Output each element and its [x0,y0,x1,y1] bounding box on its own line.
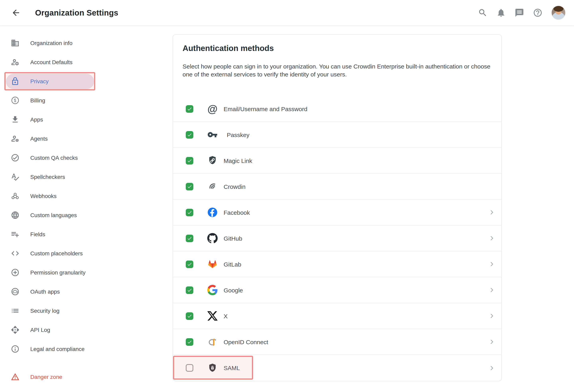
back-button[interactable] [11,8,21,18]
auth-method-row-crowdin[interactable]: Crowdin [173,174,501,200]
sidebar-item-fields[interactable]: Fields [0,225,167,244]
card-description: Select how people can sign in to your or… [183,62,492,78]
top-bar: Organization Settings [0,0,574,26]
auth-method-row-magic-link[interactable]: Magic Link [173,148,501,174]
checkbox-checked[interactable] [186,260,193,268]
sidebar-item-label: Security log [30,308,59,314]
sidebar-item-label: Organization info [30,40,73,46]
auth-method-label: GitHub [224,235,242,242]
auth-method-label: X [224,313,228,319]
chevron-right-icon[interactable] [488,338,495,345]
sidebar-item-custom-languages[interactable]: Custom languages [0,206,167,225]
user-cube-icon [11,134,20,143]
sidebar-item-billing[interactable]: Billing [0,91,167,110]
sidebar-item-label: Custom placeholders [30,250,83,256]
plus-circle-icon [11,268,20,277]
dollar-circle-icon [11,96,20,105]
list-icon [11,306,20,315]
sidebar-item-custom-qa-checks[interactable]: Custom QA checks [0,148,167,167]
checkbox-checked[interactable] [186,131,193,138]
chevron-right-icon[interactable] [488,260,495,268]
code-icon [11,249,20,258]
sidebar-item-webhooks[interactable]: Webhooks [0,186,167,206]
checkbox-checked[interactable] [186,312,193,320]
sidebar-item-permission-granularity[interactable]: Permission granularity [0,263,167,282]
sidebar-item-agents[interactable]: Agents [0,129,167,148]
chevron-right-icon[interactable] [488,364,495,372]
sidebar-item-spellcheckers[interactable]: Spellcheckers [0,167,167,186]
sidebar-item-label: OAuth apps [30,288,60,295]
auth-method-row-openid-connect[interactable]: OpenID Connect [173,329,501,355]
sidebar-item-label: Custom languages [30,212,77,218]
auth-method-row-google[interactable]: Google [173,277,501,303]
auth-method-row-saml[interactable]: SAML [173,355,501,381]
search-icon[interactable] [478,8,488,18]
checkbox-checked[interactable] [186,209,193,216]
auth-method-row-github[interactable]: GitHub [173,225,501,251]
sidebar-item-label: Legal and compliance [30,346,84,352]
sidebar-item-oauth-apps[interactable]: OAuth apps [0,282,167,301]
checkbox-checked[interactable] [186,338,193,346]
checkbox-checked[interactable] [186,105,193,113]
sidebar-item-label: Fields [30,231,45,237]
sidebar-item-apps[interactable]: Apps [0,110,167,129]
x-icon [207,310,218,321]
api-icon [11,325,20,334]
checkbox-checked[interactable] [186,235,193,242]
notifications-icon[interactable] [496,8,506,18]
github-icon [207,233,218,244]
passkey-icon [207,129,218,140]
checkbox-checked[interactable] [186,157,193,164]
sidebar-item-label: Billing [30,97,45,104]
auth-method-row-passkey[interactable]: Passkey [173,122,501,148]
checkbox-unchecked[interactable] [186,364,193,372]
chevron-right-icon[interactable] [488,286,495,294]
help-icon[interactable] [533,8,543,18]
auth-method-row-x[interactable]: X [173,303,501,329]
page-title: Organization Settings [35,0,118,25]
sidebar-item-label: Custom QA checks [30,155,78,161]
sidebar-item-organization-info[interactable]: Organization info [0,34,167,53]
sidebar-item-label: Privacy [30,78,49,84]
crowdin-icon [207,181,218,192]
facebook-icon [207,207,218,218]
warning-icon [11,372,20,381]
auth-method-row-facebook[interactable]: Facebook [173,200,501,225]
checkbox-checked[interactable] [186,183,193,190]
spellcheck-icon [11,173,20,181]
sidebar-item-legal-and-compliance[interactable]: Legal and compliance [0,339,167,358]
sidebar-item-privacy[interactable]: Privacy [0,72,167,91]
settings-sidebar: Organization info Account Defaults Priva… [0,25,167,386]
auth-method-row-gitlab[interactable]: GitLab [173,251,501,277]
sidebar-item-custom-placeholders[interactable]: Custom placeholders [0,244,167,263]
sidebar-item-danger-zone[interactable]: Danger zone [0,367,167,386]
at-icon: @ [207,103,218,114]
chevron-right-icon[interactable] [488,235,495,242]
auth-method-label: SAML [224,365,240,371]
sidebar-item-api-log[interactable]: API Log [0,320,167,339]
sidebar-item-label: Webhooks [30,193,57,199]
sidebar-item-label: API Log [30,327,50,333]
gitlab-icon [207,258,218,270]
info-circle-icon [11,345,20,353]
sidebar-item-label: Danger zone [30,374,62,380]
authentication-methods-card: Authentication methods Select how people… [173,34,502,381]
checkbox-checked[interactable] [186,286,193,294]
organization-settings-page: Organization Settings Organization info … [0,0,574,392]
arrow-back-icon [11,8,21,18]
user-avatar[interactable] [551,6,566,20]
sidebar-item-label: Apps [30,116,43,123]
card-header: Authentication methods Select how people… [173,35,501,78]
auth-method-row-email-username-password[interactable]: @ Email/Username and Password [173,96,501,122]
sidebar-item-security-log[interactable]: Security log [0,301,167,320]
chevron-right-icon[interactable] [488,209,495,216]
sidebar-item-label: Agents [30,136,48,142]
chevron-right-icon[interactable] [488,312,495,319]
building-icon [11,39,20,47]
sidebar-item-account-defaults[interactable]: Account Defaults [0,53,167,72]
shield-lock-icon [207,362,218,373]
messages-icon[interactable] [515,8,524,18]
list-plus-icon [11,230,20,239]
auth-method-label: GitLab [224,261,241,268]
auth-method-label: Google [224,287,243,294]
